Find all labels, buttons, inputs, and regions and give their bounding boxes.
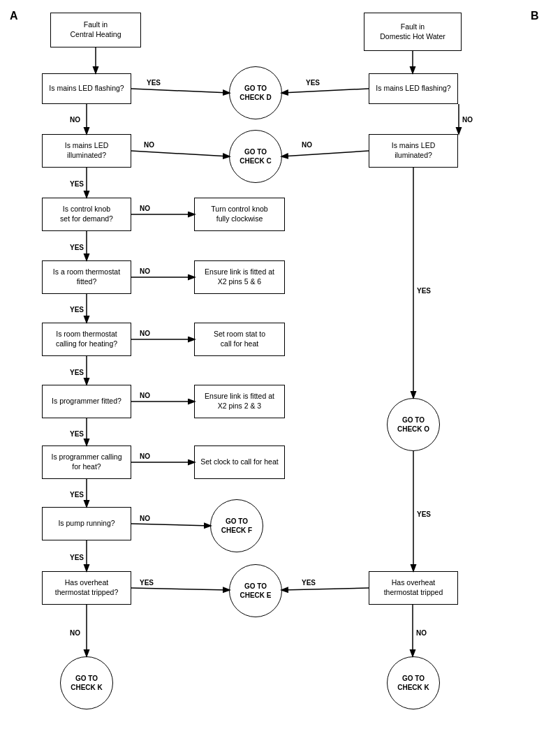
- svg-text:YES: YES: [140, 579, 154, 587]
- svg-text:NO: NO: [140, 452, 150, 460]
- check-d-circle: GO TO CHECK D: [229, 66, 282, 119]
- svg-text:NO: NO: [140, 330, 150, 337]
- ensure-pins56-box: Ensure link is fitted at X2 pins 5 & 6: [194, 260, 285, 294]
- mains-flashing-a: Is mains LED flashing?: [42, 73, 131, 104]
- svg-line-10: [282, 151, 369, 156]
- svg-text:YES: YES: [70, 306, 84, 314]
- svg-text:YES: YES: [306, 79, 320, 87]
- flowchart-arrows: YES YES NO NO NO NO YES NO YES NO YES: [0, 0, 560, 729]
- check-f-circle: GO TO CHECK F: [210, 499, 263, 552]
- svg-text:YES: YES: [70, 491, 84, 499]
- pump-running-box: Is pump running?: [42, 507, 131, 540]
- room-thermostat-box: Is a room thermostat fitted?: [42, 260, 131, 294]
- svg-text:YES: YES: [147, 79, 161, 87]
- svg-text:YES: YES: [70, 369, 84, 376]
- svg-line-8: [131, 151, 229, 156]
- svg-line-36: [131, 524, 210, 526]
- check-kb-circle: GO TO CHECK K: [387, 656, 440, 709]
- svg-line-2: [131, 89, 229, 93]
- check-ka-circle: GO TO CHECK K: [60, 656, 113, 709]
- overheat-a-box: Has overheat thermostat tripped?: [42, 571, 131, 605]
- svg-text:NO: NO: [140, 205, 150, 212]
- svg-text:YES: YES: [70, 180, 84, 188]
- section-label-b: B: [531, 10, 539, 22]
- svg-text:NO: NO: [462, 116, 473, 124]
- set-clock-box: Set clock to call for heat: [194, 446, 285, 479]
- flowchart-container: A B Fault in Central Heating Fault in Do…: [0, 0, 560, 729]
- svg-text:YES: YES: [70, 244, 84, 251]
- svg-text:NO: NO: [302, 141, 312, 149]
- overheat-b-box: Has overheat thermostat tripped: [369, 571, 458, 605]
- svg-text:NO: NO: [416, 629, 427, 637]
- svg-text:NO: NO: [140, 392, 150, 399]
- set-room-stat-box: Set room stat to call for heat: [194, 323, 285, 356]
- mains-flashing-b: Is mains LED flashing?: [369, 73, 458, 104]
- svg-text:YES: YES: [417, 287, 431, 295]
- svg-text:YES: YES: [302, 579, 316, 587]
- svg-text:NO: NO: [70, 116, 80, 124]
- programmer-fitted-box: Is programmer fitted?: [42, 385, 131, 418]
- fault-dhw-box: Fault in Domestic Hot Water: [364, 13, 462, 51]
- ensure-pins23-box: Ensure link is fitted at X2 pins 2 & 3: [194, 385, 285, 418]
- room-calling-box: Is room thermostat calling for heating?: [42, 323, 131, 356]
- svg-text:NO: NO: [70, 629, 80, 637]
- svg-line-42: [282, 588, 369, 590]
- mains-illuminated-a: Is mains LED illuminated?: [42, 134, 131, 168]
- programmer-calling-box: Is programmer calling for heat?: [42, 446, 131, 479]
- check-e-circle: GO TO CHECK E: [229, 564, 282, 617]
- control-knob-box: Is control knob set for demand?: [42, 198, 131, 231]
- check-c-circle: GO TO CHECK C: [229, 130, 282, 183]
- svg-text:NO: NO: [144, 141, 154, 149]
- svg-line-4: [282, 89, 369, 93]
- mains-illuminated-b: Is mains LED iluminated?: [369, 134, 458, 168]
- svg-text:NO: NO: [140, 267, 150, 275]
- turn-knob-box: Turn control knob fully clockwise: [194, 198, 285, 231]
- section-label-a: A: [10, 10, 18, 22]
- svg-text:YES: YES: [70, 554, 84, 561]
- svg-text:YES: YES: [70, 430, 84, 438]
- svg-text:YES: YES: [417, 510, 431, 518]
- svg-text:NO: NO: [140, 515, 150, 522]
- fault-ch-box: Fault in Central Heating: [50, 13, 141, 47]
- check-o-circle: GO TO CHECK O: [387, 398, 440, 451]
- svg-line-40: [131, 588, 229, 590]
